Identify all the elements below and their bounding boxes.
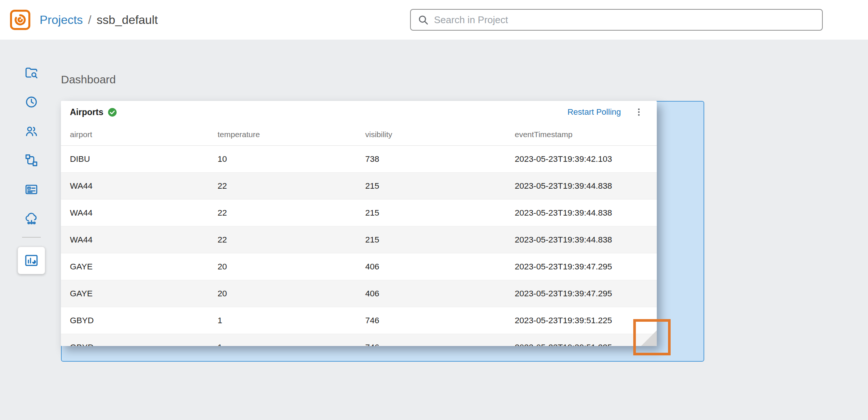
table-row: WA44 22 215 2023-05-23T19:39:44.838 [61,200,657,226]
airports-table-body: DIBU 10 738 2023-05-23T19:39:42.103 WA44… [61,146,657,346]
kebab-menu-icon[interactable] [632,105,646,119]
table-row: WA44 22 215 2023-05-23T19:39:44.838 [61,173,657,200]
cell-temperature: 22 [209,181,356,191]
cell-temperature: 22 [209,235,356,245]
sidebar-item-users users-icon[interactable] [24,124,39,138]
sidebar-item-jobs flow-icon[interactable] [24,153,39,167]
cell-temperature: 10 [209,154,356,164]
column-header-temperature: temperature [209,130,356,139]
cell-airport: GAYE [61,289,209,299]
cell-visibility: 215 [356,208,506,218]
cell-airport: WA44 [61,235,209,245]
table-row: WA44 22 215 2023-05-23T19:39:44.838 [61,226,657,253]
cell-airport: WA44 [61,181,209,191]
breadcrumb-projects-link[interactable]: Projects [40,13,83,27]
table-row: DIBU 10 738 2023-05-23T19:39:42.103 [61,146,657,173]
top-header: Projects / ssb_default [0,0,868,40]
cell-temperature: 20 [209,289,356,299]
cell-visibility: 215 [356,235,506,245]
cell-eventTimestamp: 2023-05-23T19:39:47.295 [506,262,657,272]
project-search [410,9,823,31]
sidebar-item-virtual-tables tables-icon[interactable] [24,182,39,197]
cell-eventTimestamp: 2023-05-23T19:39:42.103 [506,154,657,164]
sidebar-nav [16,66,47,274]
cell-airport: DIBU [61,154,209,164]
sidebar-divider [22,237,41,238]
cell-eventTimestamp: 2023-05-23T19:39:47.295 [506,289,657,299]
sidebar-item-dashboard dashboard-icon[interactable] [18,247,45,274]
restart-polling-button[interactable]: Restart Polling [567,107,621,117]
cell-eventTimestamp: 2023-05-23T19:39:44.838 [506,181,657,191]
page-title: Dashboard [61,73,116,86]
cell-airport: GBYD [61,343,209,346]
widget-title: Airports [70,107,103,117]
cell-temperature: 1 [209,343,356,346]
breadcrumb-current-project: ssb_default [96,13,158,27]
breadcrumb-separator: / [88,13,92,27]
table-row: GBYD 1 746 2023-05-23T19:39:51.225 [61,334,657,346]
cell-visibility: 215 [356,181,506,191]
breadcrumb: Projects / ssb_default [40,0,158,40]
column-header-airport: airport [61,130,209,139]
cell-eventTimestamp: 2023-05-23T19:39:44.838 [506,235,657,245]
cell-visibility: 738 [356,154,506,164]
ssb-logo[interactable] [10,9,31,30]
cell-temperature: 20 [209,262,356,272]
check-circle-icon [108,108,117,117]
search-icon [418,14,429,25]
search-input[interactable] [434,14,815,26]
cell-airport: GAYE [61,262,209,272]
column-header-eventTimestamp: eventTimestamp [506,130,657,139]
table-row: GBYD 1 746 2023-05-23T19:39:51.225 [61,307,657,334]
app-window: Projects / ssb_default [0,0,868,420]
cell-temperature: 22 [209,208,356,218]
cell-visibility: 406 [356,289,506,299]
sidebar-item-history history-icon[interactable] [24,95,39,109]
cell-temperature: 1 [209,316,356,325]
airports-widget-card: Airports Restart Polling airport tempera… [61,101,657,346]
cell-airport: GBYD [61,316,209,325]
highlight-annotation-box [633,319,671,355]
column-header-visibility: visibility [356,130,506,139]
cell-visibility: 746 [356,343,506,346]
widget-header: Airports Restart Polling [61,101,657,123]
sidebar-item-data-sources cloud-connection-icon[interactable] [24,211,39,226]
cell-airport: WA44 [61,208,209,218]
table-row: GAYE 20 406 2023-05-23T19:39:47.295 [61,253,657,280]
sidebar-item-explorer folder-search-icon[interactable] [24,66,39,80]
cell-visibility: 406 [356,262,506,272]
table-column-headers: airport temperature visibility eventTime… [61,123,657,146]
table-row: GAYE 20 406 2023-05-23T19:39:47.295 [61,280,657,307]
cell-eventTimestamp: 2023-05-23T19:39:44.838 [506,208,657,218]
cell-visibility: 746 [356,316,506,325]
